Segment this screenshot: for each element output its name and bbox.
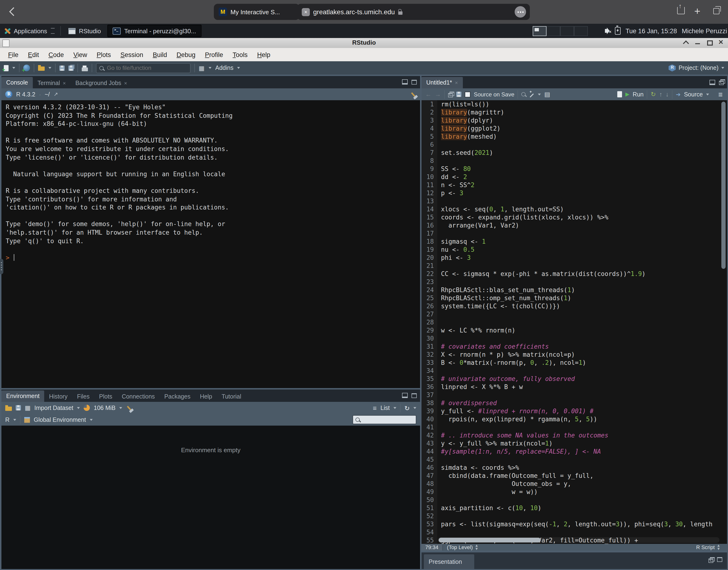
code-line[interactable]: 35# univariate outcome, fully observed xyxy=(422,375,727,383)
refresh-dropdown-icon[interactable] xyxy=(414,407,416,409)
workspace-3[interactable] xyxy=(560,26,574,36)
code-line[interactable]: 15coords <- expand.grid(list(xlocs, xloc… xyxy=(422,213,727,221)
load-workspace-icon[interactable] xyxy=(5,406,12,410)
tab-tutorial[interactable]: Tutorial xyxy=(217,391,246,402)
browser-back-icon[interactable] xyxy=(9,7,18,16)
find-replace-icon[interactable] xyxy=(521,92,526,96)
code-line[interactable]: 41 xyxy=(422,423,727,431)
clear-console-icon[interactable] xyxy=(411,92,415,97)
code-line[interactable]: 46simdata <- coords %>% xyxy=(422,464,727,472)
code-line[interactable]: 37 xyxy=(422,391,727,399)
code-line[interactable]: 28 xyxy=(422,318,727,326)
code-line[interactable]: 3library(dplyr) xyxy=(422,116,727,124)
code-line[interactable]: 5library(meshed) xyxy=(422,132,727,140)
run-next-icon[interactable]: ↓ xyxy=(666,91,669,98)
code-line[interactable]: 8 xyxy=(422,157,727,165)
forward-icon[interactable]: → xyxy=(435,91,441,98)
code-line[interactable]: 40 rpois(n, exp(linpred) * rgamma(n, 5, … xyxy=(422,415,727,423)
battery-icon[interactable] xyxy=(615,27,621,35)
code-line[interactable]: 47 cbind(data.frame(Outcome_full = y_ful… xyxy=(422,472,727,480)
menu-code[interactable]: Code xyxy=(44,49,68,60)
memory-usage-icon[interactable] xyxy=(84,405,90,411)
panes-layout-icon[interactable]: ▦ xyxy=(199,65,205,71)
console-output[interactable]: R version 4.3.2 (2023-10-31) -- "Eye Hol… xyxy=(1,100,420,388)
back-icon[interactable]: ← xyxy=(425,91,432,98)
open-in-new-window-icon[interactable] xyxy=(448,93,453,97)
source-file-icon[interactable]: ➔ xyxy=(676,91,681,97)
close-tab-icon[interactable] xyxy=(63,80,66,86)
code-line[interactable]: 18sigmasq <- 1 xyxy=(422,238,727,246)
source-dropdown-icon[interactable] xyxy=(706,93,709,95)
source-button[interactable]: Source xyxy=(684,91,703,97)
code-line[interactable]: 38# overdispersed xyxy=(422,399,727,407)
code-tools-icon[interactable] xyxy=(529,91,535,97)
workspace-4[interactable] xyxy=(574,26,588,36)
code-line[interactable]: 39y_full <- #linpred + rnorm(n, 0, 0.001… xyxy=(422,407,727,415)
environment-scope-selector[interactable]: Global Environment xyxy=(34,416,86,423)
more-options-button[interactable] xyxy=(515,6,526,18)
code-line[interactable]: 4library(ggplot2) xyxy=(422,124,727,132)
code-line[interactable]: 22CC <- sigmasq * exp(-phi * as.matrix(d… xyxy=(422,270,727,278)
list-view-label[interactable]: List xyxy=(381,404,390,411)
code-line[interactable]: 53pars <- list(sigmasq=exp(seq(-1, 2, le… xyxy=(422,520,727,528)
menu-edit[interactable]: Edit xyxy=(24,49,43,60)
browser-address-bar[interactable]: × greatlakes.arc-ts.umich.edu xyxy=(297,4,530,20)
environment-search-box[interactable] xyxy=(352,415,416,424)
project-menu[interactable]: Project: (None) xyxy=(669,64,724,71)
close-tab-icon[interactable] xyxy=(455,80,458,85)
tab-overview-icon[interactable] xyxy=(713,8,719,14)
code-line[interactable]: 50 xyxy=(422,496,727,504)
code-line[interactable]: 29w <- LC %*% rnorm(n) xyxy=(422,326,727,334)
code-line[interactable]: 49 w = w)) xyxy=(422,488,727,496)
scope-selector[interactable]: (Top Level) ▲▼ xyxy=(443,544,483,551)
run-button[interactable]: Run xyxy=(633,91,644,97)
scope-dropdown-icon[interactable] xyxy=(90,419,93,420)
code-line[interactable]: 32X <- rnorm(n * p) %>% matrix(ncol=p) xyxy=(422,350,727,359)
file-type-selector[interactable]: R Script ▲▼ xyxy=(696,544,727,551)
code-line[interactable]: 51axis_partition <- c(10, 10) xyxy=(422,504,727,512)
taskbar-window-rstudio[interactable]: RStudio xyxy=(64,25,106,37)
memory-usage-label[interactable]: 106 MiB xyxy=(94,404,116,411)
run-icon[interactable] xyxy=(617,91,622,97)
environment-content[interactable]: Environment is empty xyxy=(1,425,420,569)
code-line[interactable]: 52 xyxy=(422,512,727,520)
scrollbar-thumb[interactable] xyxy=(721,102,726,269)
taskbar-window-terminal[interactable]: Terminal - peruzzi@gl30... xyxy=(107,25,201,37)
code-line[interactable]: 36linpred <- X %*% B + w xyxy=(422,383,727,391)
code-line[interactable]: 42# .. introduce some NA values in the o… xyxy=(422,431,727,440)
maximize-window-icon[interactable] xyxy=(707,39,712,45)
save-source-icon[interactable] xyxy=(456,92,461,97)
code-line[interactable]: 44#y[sample(1:n, n/5, replace=FALSE), ] … xyxy=(422,448,727,456)
code-line[interactable]: 19nu <- 0.5 xyxy=(422,246,727,254)
code-editor[interactable]: 1rm(list=ls())2library(magrittr)3library… xyxy=(422,100,727,544)
code-line[interactable]: 20phi <- 3 xyxy=(422,254,727,262)
tab-packages[interactable]: Packages xyxy=(160,391,195,402)
code-line[interactable]: 23 xyxy=(422,278,727,286)
addins-dropdown-icon[interactable] xyxy=(237,67,240,69)
code-line[interactable]: 11n <- SS^2 xyxy=(422,181,727,189)
open-file-icon[interactable] xyxy=(38,66,45,71)
source-on-save-checkbox[interactable] xyxy=(465,91,470,97)
minimize-pane-icon[interactable] xyxy=(402,79,408,84)
addins-button[interactable]: Addins xyxy=(215,65,233,71)
workspace-pager[interactable] xyxy=(533,26,588,36)
environment-search-input[interactable] xyxy=(361,416,409,423)
menu-profile[interactable]: Profile xyxy=(201,49,228,60)
refresh-icon[interactable] xyxy=(405,403,410,412)
code-line[interactable]: 27 xyxy=(422,310,727,318)
maximize-pane-icon[interactable] xyxy=(717,557,722,562)
menu-file[interactable]: File xyxy=(4,49,23,60)
code-line[interactable]: 21 xyxy=(422,262,727,270)
workspace-1[interactable] xyxy=(533,26,547,36)
tab-environment[interactable]: Environment xyxy=(1,390,44,402)
goto-file-function-box[interactable] xyxy=(96,63,191,73)
list-dropdown-icon[interactable] xyxy=(394,407,396,409)
cursor-position[interactable]: 79:34 xyxy=(422,544,443,551)
tab-untitled1-[interactable]: Untitled1* xyxy=(422,77,463,88)
list-view-icon[interactable] xyxy=(373,403,377,412)
close-icon[interactable]: × xyxy=(302,8,310,16)
minimize-pane-icon[interactable] xyxy=(402,393,408,398)
code-line[interactable]: 43y <- y_full %>% matrix(ncol=1) xyxy=(422,440,727,448)
volume-muted-icon[interactable] xyxy=(605,29,608,33)
console-prompt[interactable]: > xyxy=(6,253,420,262)
